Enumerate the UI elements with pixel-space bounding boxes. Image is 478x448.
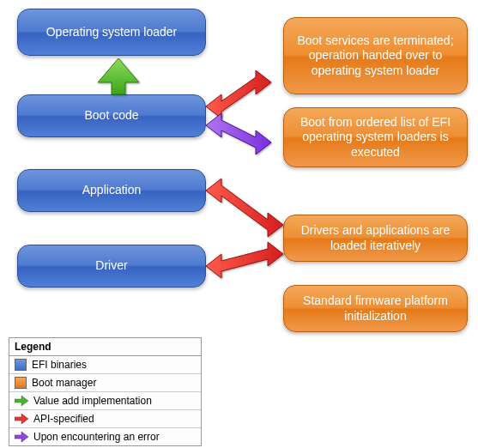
node-label: Drivers and applications are loaded iter…	[293, 223, 458, 253]
node-os-loader: Operating system loader	[17, 9, 206, 56]
node-label: Boot from ordered list of EFI operating …	[293, 115, 458, 160]
arrow-right-green-icon	[15, 395, 28, 407]
legend-label: Boot manager	[32, 377, 96, 389]
legend-row-error: Upon encountering an error	[9, 428, 201, 445]
diagram-canvas: Operating system loader Boot code Applic…	[0, 0, 478, 448]
square-icon	[15, 377, 27, 389]
legend-label: Upon encountering an error	[33, 431, 160, 443]
arrow-right-red-icon	[15, 413, 28, 425]
arrow-api-application-drivers	[206, 179, 283, 237]
legend-title: Legend	[9, 338, 201, 356]
legend: Legend EFI binaries Boot manager Value a…	[9, 337, 202, 446]
node-application: Application	[17, 169, 206, 212]
node-terminated: Boot services are terminated; operation …	[283, 17, 468, 94]
arrow-api-bootcode-terminated	[206, 70, 271, 118]
legend-row-efi: EFI binaries	[9, 356, 201, 374]
arrow-value-add	[98, 58, 139, 94]
arrow-api-driver-drivers	[206, 242, 283, 278]
node-platform-init: Standard firmware platform initializatio…	[283, 285, 468, 332]
legend-label: Value add implementation	[33, 395, 152, 407]
node-drivers-apps: Drivers and applications are loaded iter…	[283, 215, 468, 262]
node-label: Application	[82, 183, 142, 198]
node-label: Boot services are terminated; operation …	[293, 33, 458, 79]
node-label: Operating system loader	[46, 25, 178, 40]
node-driver: Driver	[17, 245, 206, 288]
node-label: Standard firmware platform initializatio…	[293, 294, 458, 324]
legend-row-valueadd: Value add implementation	[9, 392, 201, 410]
node-ordered-list: Boot from ordered list of EFI operating …	[283, 107, 468, 167]
node-label: Driver	[95, 258, 127, 274]
legend-label: EFI binaries	[32, 359, 87, 371]
node-boot-code: Boot code	[17, 94, 206, 137]
legend-row-api: API-specified	[9, 410, 201, 428]
arrow-right-purple-icon	[15, 431, 28, 443]
legend-label: API-specified	[33, 413, 94, 425]
legend-row-bootmgr: Boot manager	[9, 374, 201, 392]
arrow-error-bootcode-orderedlist	[206, 113, 271, 154]
square-icon	[15, 359, 27, 371]
node-label: Boot code	[84, 108, 138, 124]
